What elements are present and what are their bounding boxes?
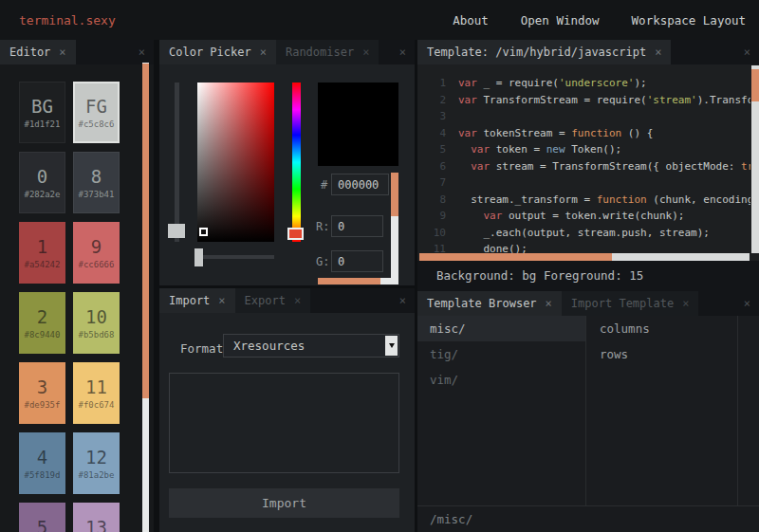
browser-tabbar: Template Browser×Import Template× ×: [417, 291, 759, 316]
horizontal-slider-handle[interactable]: [194, 248, 203, 266]
close-icon[interactable]: ×: [655, 46, 661, 59]
format-select-value: Xresources: [233, 339, 305, 353]
code-token: var: [471, 158, 490, 175]
value-slider-handle[interactable]: [168, 224, 185, 238]
swatch-number: BG: [31, 97, 53, 116]
menu-item-open-window[interactable]: Open Window: [521, 13, 600, 28]
swatch-11[interactable]: 11#f0c674: [73, 362, 120, 424]
picker-tab-randomiser[interactable]: Randomiser×: [276, 40, 379, 64]
code-token: new: [546, 141, 565, 158]
close-icon[interactable]: ×: [391, 288, 415, 313]
swatch-4[interactable]: 4#5f819d: [19, 432, 65, 494]
import-tab-import[interactable]: Import×: [159, 288, 235, 313]
swatch-12[interactable]: 12#81a2be: [73, 432, 120, 494]
swatch-number: FG: [85, 97, 107, 116]
hue-handle[interactable]: [287, 228, 304, 240]
line-number: 11: [417, 241, 446, 253]
line-number: 3: [417, 108, 446, 125]
code-token: var: [484, 208, 503, 225]
editor-scrollbar-thumb[interactable]: [142, 64, 149, 398]
code-token: var: [471, 141, 490, 158]
close-icon[interactable]: ×: [59, 46, 65, 59]
import-export-panel: Import×Export× × Format: Xresources Impo…: [159, 288, 415, 532]
code-token: _ = require(: [477, 75, 559, 92]
close-icon[interactable]: ×: [130, 40, 154, 64]
header-menu: AboutOpen WindowWorkspace Layout: [453, 13, 746, 28]
close-icon[interactable]: ×: [682, 297, 689, 310]
import-textarea[interactable]: [169, 373, 399, 473]
code-token: output = token.write(chunk);: [502, 208, 684, 225]
value-slider-track[interactable]: [175, 83, 179, 242]
swatch-hex: #cc6666: [79, 260, 115, 269]
code-token: var: [458, 92, 477, 109]
line-number: 5: [417, 141, 446, 158]
template-tab-template-vim-hybrid-javascript[interactable]: Template: /vim/hybrid/javascript×: [417, 40, 671, 64]
hex-label: #: [321, 178, 327, 192]
close-icon[interactable]: ×: [735, 291, 759, 316]
browser-tab-import-template[interactable]: Import Template×: [562, 291, 699, 316]
code-vscrollbar-thumb[interactable]: [751, 69, 759, 101]
swatch-hex: #282a2e: [25, 190, 61, 199]
code-token: tokenStream =: [477, 125, 571, 142]
browser-tab-template-browser[interactable]: Template Browser×: [417, 291, 562, 316]
swatch-0[interactable]: 0#282a2e: [19, 152, 65, 213]
code-token: );: [634, 75, 646, 92]
code-line: 6 var stream = TransformStream({ objectM…: [417, 158, 750, 175]
import-button[interactable]: Import: [169, 488, 399, 518]
swatch-5[interactable]: 5#85678f: [19, 503, 65, 532]
green-input[interactable]: [331, 250, 383, 272]
swatch-hex: #c5c8c6: [79, 119, 115, 129]
swatch-13[interactable]: 13#b294bb: [73, 503, 120, 532]
code-token: ).Transform;: [697, 92, 750, 109]
editor-tab-editor[interactable]: Editor×: [0, 40, 76, 64]
swatch-9[interactable]: 9#cc6666: [73, 222, 120, 284]
close-icon[interactable]: ×: [391, 40, 415, 64]
horizontal-slider-track[interactable]: [197, 255, 274, 259]
menu-item-about[interactable]: About: [453, 13, 489, 28]
swatch-number: 3: [37, 377, 47, 396]
code-hscrollbar-thumb[interactable]: [419, 253, 612, 261]
import-tab-export[interactable]: Export×: [235, 288, 311, 313]
close-icon[interactable]: ×: [735, 40, 759, 64]
swatch-2[interactable]: 2#8c9440: [19, 292, 65, 354]
swatch-10[interactable]: 10#b5bd68: [73, 292, 120, 354]
menu-item-workspace-layout[interactable]: Workspace Layout: [632, 13, 746, 28]
gradient-cursor[interactable]: [199, 228, 208, 236]
chevron-down-icon[interactable]: [385, 336, 398, 356]
close-icon[interactable]: ×: [218, 294, 225, 307]
close-icon[interactable]: ×: [294, 294, 301, 307]
code-token: 'underscore': [559, 75, 634, 92]
color-swatch-grid: BG#1d1f21FG#c5c8c60#282a2e8#373b411#a542…: [19, 82, 120, 532]
hex-input[interactable]: [331, 174, 389, 195]
close-icon[interactable]: ×: [546, 297, 552, 310]
red-input[interactable]: [331, 215, 383, 237]
swatch-hex: #373b41: [79, 190, 115, 199]
browser-dir-vim[interactable]: vim/: [417, 367, 585, 393]
swatch-8[interactable]: 8#373b41: [73, 152, 120, 213]
browser-item-columns[interactable]: columns: [587, 316, 737, 341]
browser-dir-misc[interactable]: misc/: [417, 316, 585, 341]
close-icon[interactable]: ×: [260, 46, 267, 59]
close-icon[interactable]: ×: [362, 46, 369, 59]
swatch-1[interactable]: 1#a54242: [19, 222, 65, 284]
code-token: _.each(output, stream.push, stream);: [458, 225, 710, 242]
picker-vscrollbar-thumb[interactable]: [391, 173, 398, 216]
editor-tabs: Editor×: [0, 40, 76, 64]
hue-strip[interactable]: [292, 83, 301, 242]
picker-tab-color-picker[interactable]: Color Picker×: [159, 40, 276, 64]
template-status-bar: Background: bg Foreground: 15: [417, 261, 759, 291]
code-token: var: [458, 75, 477, 92]
swatch-fg[interactable]: FG#c5c8c6: [73, 82, 120, 143]
editor-scrollbar-track[interactable]: [142, 63, 149, 532]
browser-dir-tig[interactable]: tig/: [417, 341, 585, 367]
swatch-3[interactable]: 3#de935f: [19, 362, 65, 424]
code-token: Token();: [565, 141, 622, 158]
picker-hscrollbar-thumb[interactable]: [318, 278, 380, 284]
browser-item-rows[interactable]: rows: [587, 341, 737, 367]
swatch-bg[interactable]: BG#1d1f21: [19, 82, 65, 143]
line-number: 4: [417, 125, 446, 142]
code-token: (chunk, encoding, done) {: [647, 192, 750, 209]
saturation-value-gradient[interactable]: [197, 83, 274, 242]
format-select[interactable]: Xresources: [223, 334, 399, 358]
tab-label: Template Browser: [427, 297, 537, 310]
